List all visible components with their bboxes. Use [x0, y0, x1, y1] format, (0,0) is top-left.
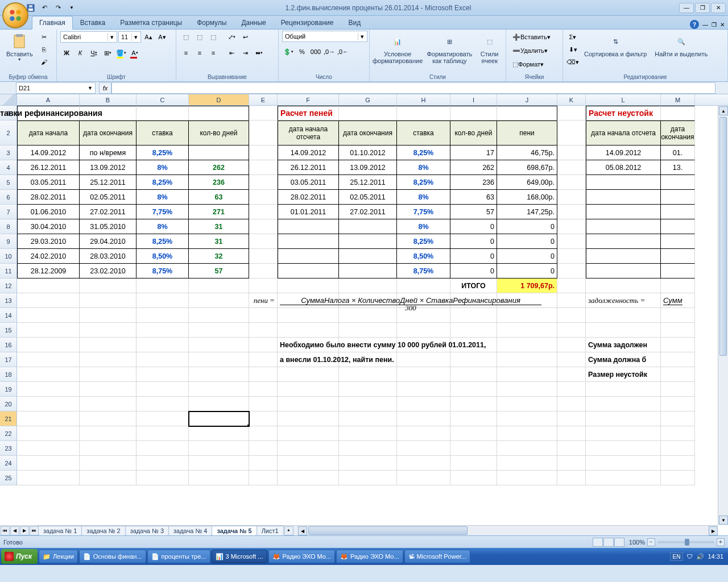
- font-name-combo[interactable]: Calibri▾: [60, 31, 117, 43]
- insert-cells-button[interactable]: ➕ Вставить ▾: [510, 31, 553, 43]
- cell[interactable]: [661, 323, 695, 338]
- cell[interactable]: [397, 382, 450, 397]
- cell[interactable]: [136, 352, 189, 367]
- cell[interactable]: [80, 308, 136, 323]
- cell[interactable]: 57: [189, 264, 249, 278]
- col-header[interactable]: C: [136, 94, 189, 105]
- cell[interactable]: [249, 441, 278, 456]
- cell[interactable]: [189, 338, 249, 352]
- cell[interactable]: [557, 323, 586, 338]
- cell[interactable]: 63: [189, 190, 249, 205]
- cell[interactable]: дата начала отсчета: [586, 120, 661, 146]
- merge-icon[interactable]: ⬌▾: [253, 47, 265, 59]
- cell[interactable]: [278, 426, 339, 441]
- cell[interactable]: [249, 338, 278, 352]
- cell[interactable]: [17, 293, 80, 308]
- cell[interactable]: 8,75%: [136, 264, 189, 278]
- cell[interactable]: 1 709,67р.: [497, 278, 557, 293]
- align-left-icon[interactable]: ≡: [180, 47, 192, 59]
- cell[interactable]: [278, 264, 339, 278]
- cell[interactable]: [249, 219, 278, 234]
- cell[interactable]: дата начала: [17, 120, 80, 146]
- doc-restore-icon[interactable]: ❐: [712, 22, 717, 28]
- tab-data[interactable]: Данные: [234, 16, 273, 29]
- cell[interactable]: [661, 426, 695, 441]
- conditional-format-button[interactable]: 📊Условное форматирование: [373, 31, 422, 66]
- delete-cells-button[interactable]: ➖ Удалить ▾: [510, 44, 551, 57]
- cell[interactable]: 14.09.2012: [586, 146, 661, 160]
- cell[interactable]: [557, 219, 586, 234]
- sheet-nav-prev[interactable]: ◀: [10, 526, 19, 535]
- row-header[interactable]: 18: [0, 367, 17, 382]
- cell[interactable]: [17, 352, 80, 367]
- tray-icon[interactable]: 🛡: [686, 553, 693, 560]
- cell[interactable]: 31.05.2010: [80, 219, 136, 234]
- fill-icon[interactable]: ⬇▾: [566, 43, 579, 56]
- format-painter-icon[interactable]: 🖌: [38, 56, 51, 68]
- clock[interactable]: 14:31: [708, 553, 723, 560]
- cell[interactable]: [136, 278, 189, 293]
- cell[interactable]: 8,25%: [136, 175, 189, 190]
- cell[interactable]: [586, 308, 661, 323]
- cell[interactable]: 28.12.2009: [17, 264, 80, 278]
- row-header[interactable]: 20: [0, 397, 17, 411]
- cell[interactable]: пени =: [249, 293, 278, 308]
- col-header[interactable]: D: [189, 94, 249, 105]
- sheet-nav-last[interactable]: ⏭: [30, 526, 39, 535]
- doc-minimize-icon[interactable]: —: [702, 22, 708, 28]
- cell[interactable]: Ставки рефинансирования: [17, 106, 80, 120]
- hscroll-thumb[interactable]: [308, 526, 468, 535]
- cell[interactable]: [80, 367, 136, 382]
- row-header[interactable]: 23: [0, 441, 17, 456]
- cell[interactable]: 31: [189, 234, 249, 249]
- help-icon[interactable]: ?: [690, 20, 699, 29]
- row-header[interactable]: 19: [0, 382, 17, 397]
- row-header[interactable]: 25: [0, 471, 17, 485]
- cell[interactable]: [397, 411, 450, 426]
- cell[interactable]: 25.12.2011: [80, 175, 136, 190]
- cell[interactable]: [339, 264, 397, 278]
- cell[interactable]: [136, 106, 189, 120]
- comma-icon[interactable]: 000: [309, 45, 322, 58]
- cell[interactable]: [278, 323, 339, 338]
- cell[interactable]: [661, 264, 695, 278]
- cell[interactable]: 8,50%: [397, 249, 450, 264]
- row-header[interactable]: 14: [0, 308, 17, 323]
- cell[interactable]: кол-во дней: [450, 120, 497, 146]
- cell[interactable]: [80, 426, 136, 441]
- italic-button[interactable]: К: [74, 47, 86, 59]
- cell[interactable]: [278, 411, 339, 426]
- currency-icon[interactable]: 💲▾: [282, 45, 295, 58]
- cell[interactable]: 0: [497, 264, 557, 278]
- task-item[interactable]: 📄 проценты тре...: [147, 550, 210, 563]
- cell[interactable]: 236: [450, 175, 497, 190]
- cell[interactable]: [189, 293, 249, 308]
- cell[interactable]: 8,50%: [136, 249, 189, 264]
- cell[interactable]: [497, 323, 557, 338]
- cell[interactable]: [450, 352, 497, 367]
- cell[interactable]: [189, 367, 249, 382]
- cell[interactable]: 27.02.2011: [80, 205, 136, 219]
- qat-redo-icon[interactable]: ↷: [52, 2, 64, 14]
- cell[interactable]: 8,25%: [397, 234, 450, 249]
- cell[interactable]: [557, 441, 586, 456]
- cell-styles-button[interactable]: ⬚Стили ячеек: [477, 31, 502, 66]
- cell[interactable]: [497, 338, 557, 352]
- col-header[interactable]: E: [249, 94, 278, 105]
- cell[interactable]: [339, 278, 397, 293]
- cell[interactable]: [661, 308, 695, 323]
- sheet-nav-next[interactable]: ▶: [20, 526, 29, 535]
- cell[interactable]: 27.02.2011: [339, 205, 397, 219]
- cell[interactable]: 31: [189, 219, 249, 234]
- row-header[interactable]: 6: [0, 190, 17, 205]
- cell[interactable]: [450, 106, 497, 120]
- doc-close-icon[interactable]: ✕: [720, 22, 725, 28]
- cell[interactable]: 02.05.2011: [80, 190, 136, 205]
- cell[interactable]: [557, 352, 586, 367]
- row-header[interactable]: 22: [0, 426, 17, 441]
- cell[interactable]: [339, 411, 397, 426]
- col-header[interactable]: H: [397, 94, 450, 105]
- cell[interactable]: [557, 205, 586, 219]
- cell[interactable]: [80, 293, 136, 308]
- row-header[interactable]: 16: [0, 338, 17, 352]
